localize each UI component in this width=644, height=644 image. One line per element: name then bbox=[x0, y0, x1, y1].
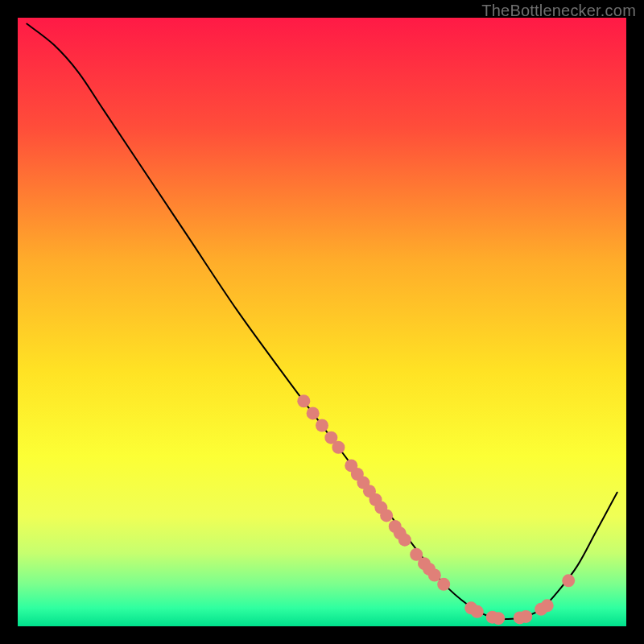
data-dot bbox=[492, 612, 505, 625]
data-dot bbox=[541, 599, 554, 612]
data-dot bbox=[332, 441, 345, 454]
data-dot bbox=[471, 605, 484, 618]
data-dot bbox=[428, 568, 441, 581]
gradient-background bbox=[18, 18, 626, 626]
chart-svg bbox=[18, 18, 626, 626]
watermark-text: TheBottlenecker.com bbox=[481, 2, 636, 20]
data-dot bbox=[398, 534, 411, 547]
data-dot bbox=[297, 394, 310, 407]
data-dot bbox=[316, 419, 328, 432]
data-dot bbox=[380, 509, 393, 522]
data-dot bbox=[307, 407, 320, 419]
plot-area bbox=[18, 18, 626, 626]
data-dot bbox=[562, 574, 575, 587]
data-dot bbox=[437, 578, 450, 591]
chart-frame: TheBottlenecker.com bbox=[0, 0, 644, 644]
data-dot bbox=[519, 610, 532, 623]
